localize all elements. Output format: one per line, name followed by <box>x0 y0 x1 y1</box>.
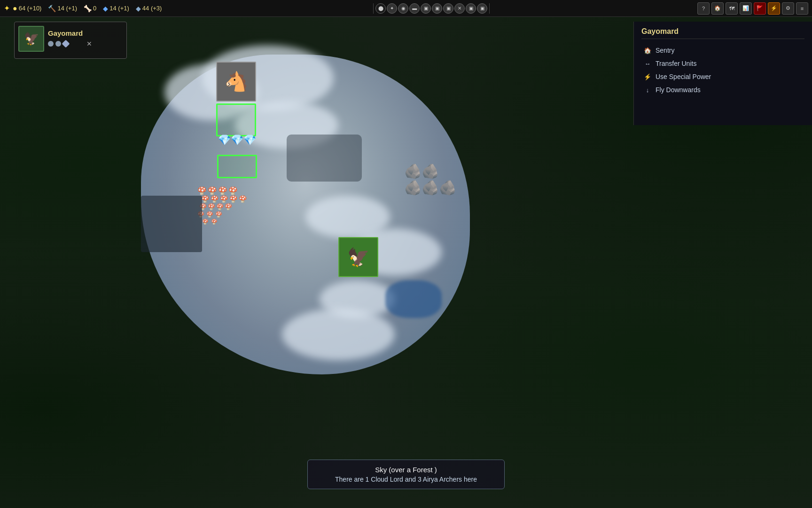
flag-button[interactable]: 🚩 <box>754 2 766 15</box>
lightning-button[interactable]: ⚡ <box>768 2 780 15</box>
map-button[interactable]: 🗺 <box>726 2 738 15</box>
food-value: 0 <box>93 5 96 12</box>
menu-button[interactable]: ≡ <box>796 2 808 15</box>
transfer-label: Transfer Units <box>656 60 696 67</box>
resources-indicator[interactable] <box>217 155 257 178</box>
fly-down-action[interactable]: ↓ Fly Downwards <box>641 83 804 96</box>
resource-gold: ● 64 (+10) <box>13 4 41 13</box>
sentry-icon: 🏠 <box>643 46 652 55</box>
fly-down-label: Fly Downwards <box>656 86 701 94</box>
hero-name: Gayomard <box>48 29 94 37</box>
tool-group: ⬤ ✦ ◉ ▬ ▣ ▣ ▣ ✕ ▣ ▣ <box>373 3 490 14</box>
tooltip-title: Sky (over a Forest ) <box>317 466 495 474</box>
sentry-label: Sentry <box>656 47 674 54</box>
tool-btn-6[interactable]: ▣ <box>432 3 442 14</box>
resource-mana: ◆ 14 (+1) <box>103 5 129 12</box>
mana-value: 14 (+1) <box>109 5 129 12</box>
home-button[interactable]: 🏠 <box>711 2 724 15</box>
tool-btn-8[interactable]: ✕ <box>454 3 465 14</box>
transfer-icon: ↔ <box>643 59 652 68</box>
topbar-actions: ? 🏠 🗺 📊 🚩 ⚡ ⚙ ≡ <box>697 2 808 15</box>
unit-panel: 🦅 Gayomard ✕ <box>14 22 127 59</box>
special-power-label: Use Special Power <box>656 73 711 80</box>
transfer-action[interactable]: ↔ Transfer Units <box>641 57 804 70</box>
resource-hammer: 🔨 14 (+1) <box>48 5 77 12</box>
sentry-action[interactable]: 🏠 Sentry <box>641 44 804 57</box>
fog-area-2 <box>287 135 362 182</box>
pegasus-unit[interactable]: 🦅 <box>338 237 378 277</box>
mountain-area: 🪨🪨🪨🪨🪨 <box>404 163 456 196</box>
shield-value: 44 (+3) <box>142 5 162 12</box>
right-panel-title: Gayomard <box>641 27 804 39</box>
topbar: ✦ ● 64 (+10) 🔨 14 (+1) 🦴 0 ◆ 14 (+1) ◆ 4… <box>0 0 812 17</box>
cloud-7 <box>282 309 395 360</box>
unit-avatar: 🦅 <box>18 26 44 52</box>
tooltip-body: There are 1 Cloud Lord and 3 Airya Arche… <box>317 476 495 483</box>
star-icon: ✦ <box>4 4 10 13</box>
hammer-value: 14 (+1) <box>57 5 77 12</box>
dot-2 <box>55 41 61 47</box>
mushroom-forest: 🍄🍄🍄🍄 🍄🍄🍄🍄🍄 🍄🍄🍄🍄 🍄🍄🍄 🍄🍄 <box>197 186 248 225</box>
fly-down-icon: ↓ <box>643 86 652 94</box>
right-panel: Gayomard 🏠 Sentry ↔ Transfer Units ⚡ Use… <box>633 22 812 125</box>
unit-close-button[interactable]: ✕ <box>85 39 94 48</box>
special-power-action[interactable]: ⚡ Use Special Power <box>641 70 804 83</box>
resources-tile: 💎💎💎 <box>217 127 257 153</box>
unit-info: Gayomard ✕ <box>48 29 94 48</box>
help-button[interactable]: ? <box>697 2 710 15</box>
water-area <box>385 280 442 318</box>
tool-btn-3[interactable]: ◉ <box>398 3 408 14</box>
resource-food: 🦴 0 <box>84 5 96 12</box>
resources-pile: 💎💎💎 <box>217 125 257 178</box>
gold-value: 64 (+10) <box>19 5 42 12</box>
fog-area-1 <box>141 196 202 252</box>
knight-tile: 🐴 <box>216 62 256 102</box>
unit-dots: ✕ <box>48 39 94 48</box>
tool-btn-2[interactable]: ✦ <box>387 3 397 14</box>
dot-1 <box>48 41 54 47</box>
pegasus-tile: 🦅 <box>338 237 378 277</box>
tool-btn-5[interactable]: ▣ <box>421 3 431 14</box>
stats-button[interactable]: 📊 <box>740 2 752 15</box>
dot-3 <box>62 40 70 48</box>
tool-btn-7[interactable]: ▣ <box>443 3 453 14</box>
special-power-icon: ⚡ <box>643 72 652 81</box>
tool-btn-1[interactable]: ⬤ <box>375 3 386 14</box>
settings-button[interactable]: ⚙ <box>782 2 794 15</box>
unit-panel-header: 🦅 Gayomard ✕ <box>18 26 123 52</box>
tool-btn-10[interactable]: ▣ <box>477 3 487 14</box>
hero-avatar-icon: 🦅 <box>24 32 39 46</box>
bottom-tooltip: Sky (over a Forest ) There are 1 Cloud L… <box>307 460 505 489</box>
resource-shield: ◆ 44 (+3) <box>136 5 162 12</box>
tool-btn-4[interactable]: ▬ <box>409 3 420 14</box>
tool-btn-9[interactable]: ▣ <box>466 3 476 14</box>
